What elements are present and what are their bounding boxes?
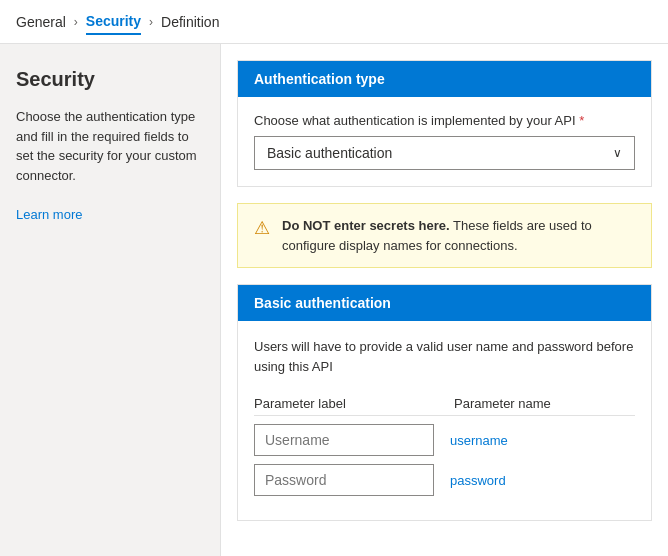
param-row-username: username	[254, 424, 635, 456]
auth-type-dropdown[interactable]: Basic authentication ∨	[254, 136, 635, 170]
breadcrumb-general[interactable]: General	[16, 10, 66, 34]
main-layout: Security Choose the authentication type …	[0, 44, 668, 556]
auth-type-selected-value: Basic authentication	[267, 145, 392, 161]
auth-description: Users will have to provide a valid user …	[254, 337, 635, 376]
warning-text-bold: Do NOT enter secrets here.	[282, 218, 450, 233]
param-table: Parameter label Parameter name username …	[254, 392, 635, 496]
auth-type-header: Authentication type	[238, 61, 651, 97]
username-input[interactable]	[254, 424, 434, 456]
auth-type-section: Authentication type Choose what authenti…	[237, 60, 652, 187]
breadcrumb-sep-2: ›	[149, 15, 153, 29]
breadcrumb-security[interactable]: Security	[86, 9, 141, 35]
auth-type-field-label: Choose what authentication is implemente…	[254, 113, 635, 128]
sidebar: Security Choose the authentication type …	[0, 44, 220, 556]
param-header-row: Parameter label Parameter name	[254, 392, 635, 416]
basic-auth-header: Basic authentication	[238, 285, 651, 321]
auth-type-body: Choose what authentication is implemente…	[238, 97, 651, 186]
param-name-header: Parameter name	[454, 396, 615, 411]
learn-more-link[interactable]: Learn more	[16, 207, 82, 222]
warning-text: Do NOT enter secrets here. These fields …	[282, 216, 635, 255]
warning-box: ⚠ Do NOT enter secrets here. These field…	[237, 203, 652, 268]
sidebar-description: Choose the authentication type and fill …	[16, 107, 204, 224]
sidebar-title: Security	[16, 68, 204, 91]
username-param-name: username	[450, 433, 599, 448]
breadcrumb: General › Security › Definition	[0, 0, 668, 44]
sidebar-desc-text: Choose the authentication type and fill …	[16, 109, 197, 183]
password-param-name: password	[450, 473, 599, 488]
warning-icon: ⚠	[254, 217, 270, 239]
breadcrumb-definition[interactable]: Definition	[161, 10, 219, 34]
required-star: *	[579, 113, 584, 128]
basic-auth-body: Users will have to provide a valid user …	[238, 321, 651, 520]
param-row-password: password	[254, 464, 635, 496]
content-area: Authentication type Choose what authenti…	[220, 44, 668, 556]
dropdown-arrow-icon: ∨	[613, 146, 622, 160]
breadcrumb-sep-1: ›	[74, 15, 78, 29]
basic-auth-section: Basic authentication Users will have to …	[237, 284, 652, 521]
password-input[interactable]	[254, 464, 434, 496]
param-label-header: Parameter label	[254, 396, 454, 411]
